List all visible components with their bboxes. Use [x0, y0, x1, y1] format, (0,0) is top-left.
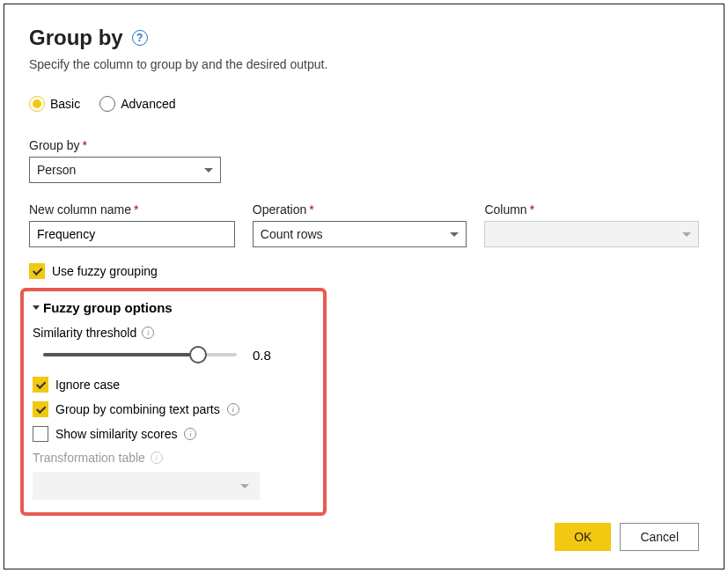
info-icon: i — [151, 452, 163, 464]
ignore-case-label: Ignore case — [55, 378, 120, 392]
column-label: Column * — [484, 202, 699, 217]
radio-selected-icon — [29, 96, 45, 112]
similarity-label: Similarity threshold i — [33, 326, 307, 340]
checkbox-checked-icon — [29, 263, 45, 279]
mode-advanced-radio[interactable]: Advanced — [99, 96, 175, 112]
checkbox-checked-icon — [33, 377, 48, 393]
group-by-label: Group by * — [29, 138, 699, 152]
checkbox-checked-icon — [33, 401, 48, 417]
mode-basic-radio[interactable]: Basic — [29, 96, 80, 112]
info-icon[interactable]: i — [142, 327, 154, 339]
slider-thumb-icon — [189, 346, 207, 364]
show-scores-checkbox[interactable]: Show similarity scores i — [33, 426, 307, 442]
ok-button[interactable]: OK — [555, 523, 611, 551]
fuzzy-options-expander[interactable]: Fuzzy group options — [33, 300, 307, 315]
new-column-input-wrap — [29, 221, 235, 247]
show-scores-label: Show similarity scores — [55, 427, 177, 441]
chevron-down-icon — [240, 484, 249, 489]
radio-icon — [99, 96, 115, 112]
cancel-button[interactable]: Cancel — [620, 523, 699, 551]
ignore-case-checkbox[interactable]: Ignore case — [33, 377, 307, 393]
operation-label: Operation * — [253, 202, 467, 217]
group-by-select[interactable]: Person — [29, 157, 221, 183]
help-icon[interactable]: ? — [132, 30, 148, 46]
new-column-label: New column name * — [29, 202, 235, 217]
checkbox-icon — [33, 426, 48, 442]
fuzzy-grouping-checkbox[interactable]: Use fuzzy grouping — [29, 263, 699, 279]
chevron-down-icon — [33, 305, 40, 310]
radio-basic-label: Basic — [50, 97, 80, 111]
operation-select[interactable]: Count rows — [253, 221, 467, 247]
similarity-slider[interactable] — [43, 347, 237, 363]
info-icon[interactable]: i — [184, 428, 196, 440]
column-select — [484, 221, 699, 247]
radio-advanced-label: Advanced — [121, 97, 175, 111]
chevron-down-icon — [682, 232, 691, 237]
operation-value: Count rows — [261, 227, 323, 241]
trans-table-label: Transformation table i — [33, 451, 307, 465]
fuzzy-grouping-label: Use fuzzy grouping — [52, 264, 158, 278]
group-by-dialog: Group by ? Specify the column to group b… — [4, 4, 724, 569]
info-icon[interactable]: i — [227, 403, 239, 415]
fuzzy-options-panel: Fuzzy group options Similarity threshold… — [20, 288, 327, 516]
trans-table-select — [33, 472, 260, 500]
fuzzy-options-title: Fuzzy group options — [43, 300, 173, 315]
similarity-value: 0.8 — [253, 348, 271, 363]
dialog-subtitle: Specify the column to group by and the d… — [29, 57, 699, 71]
dialog-title: Group by — [29, 26, 123, 50]
new-column-input[interactable] — [37, 227, 227, 241]
chevron-down-icon — [204, 168, 213, 173]
chevron-down-icon — [450, 232, 459, 237]
combine-parts-checkbox[interactable]: Group by combining text parts i — [33, 401, 307, 417]
group-by-value: Person — [37, 163, 76, 177]
combine-parts-label: Group by combining text parts — [55, 402, 220, 416]
